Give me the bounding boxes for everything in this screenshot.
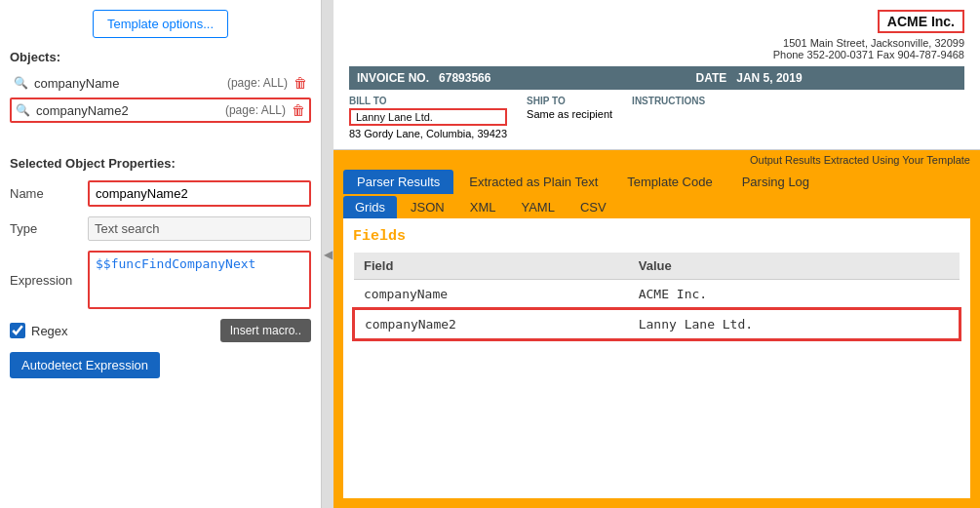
objects-section: Objects: 🔍 companyName (page: ALL) 🗑 🔍 c… xyxy=(10,50,311,123)
objects-label: Objects: xyxy=(10,50,311,64)
sub-tab-yaml[interactable]: YAML xyxy=(509,196,566,218)
ship-to-col: SHIP TO Same as recipient xyxy=(527,96,612,139)
regex-label: Regex xyxy=(31,324,68,338)
invoice-table: INVOICE NO. 67893566 DATE JAN 5, 2019 xyxy=(349,66,964,90)
panel-divider[interactable]: ◀ xyxy=(322,0,333,508)
sub-tab-csv[interactable]: CSV xyxy=(568,196,618,218)
field-cell: companyName2 xyxy=(354,309,629,339)
object-name: companyName2 xyxy=(36,103,216,118)
regex-row: Regex Insert macro.. xyxy=(10,319,311,342)
bill-to-addr: 83 Gordy Lane, Columbia, 39423 xyxy=(349,128,507,139)
object-name: companyName xyxy=(34,76,217,91)
bill-ship-row: BILL TO Lanny Lane Ltd. 83 Gordy Lane, C… xyxy=(349,96,964,139)
type-label: Type xyxy=(10,221,88,236)
regex-checkbox[interactable] xyxy=(10,323,25,338)
invoice-no-header: INVOICE NO. 67893566 xyxy=(349,66,687,90)
bill-to-col: BILL TO Lanny Lane Ltd. 83 Gordy Lane, C… xyxy=(349,96,507,139)
instructions-col: INSTRUCTIONS xyxy=(632,96,705,139)
tab-parser-results[interactable]: Parser Results xyxy=(343,170,453,194)
doc-phone: Phone 352-200-0371 Fax 904-787-9468 xyxy=(349,49,964,60)
lanny-lane-box: Lanny Lane Ltd. xyxy=(349,108,507,126)
document-preview: ACME Inc. 1501 Main Street, Jacksonville… xyxy=(333,0,980,150)
insert-macro-button[interactable]: Insert macro.. xyxy=(220,319,311,342)
right-panel: ACME Inc. 1501 Main Street, Jacksonville… xyxy=(333,0,980,508)
date-header: DATE JAN 5, 2019 xyxy=(687,66,964,90)
output-section: Output Results Extracted Using Your Temp… xyxy=(333,150,980,508)
instructions-header: INSTRUCTIONS xyxy=(632,96,705,106)
doc-header: ACME Inc. xyxy=(349,10,964,33)
main-tabs: Parser Results Extracted as Plain Text T… xyxy=(333,166,980,194)
search-icon: 🔍 xyxy=(16,103,30,117)
bill-to-header: BILL TO xyxy=(349,96,507,106)
sub-tab-json[interactable]: JSON xyxy=(399,196,456,218)
object-item-companyname2[interactable]: 🔍 companyName2 (page: ALL) 🗑 xyxy=(10,98,311,123)
template-options-button[interactable]: Template options... xyxy=(93,10,228,38)
name-label: Name xyxy=(10,186,88,201)
search-icon: 🔍 xyxy=(14,76,28,90)
table-row: companyNameACME Inc. xyxy=(354,280,960,310)
delete-icon[interactable]: 🗑 xyxy=(292,102,305,118)
table-header-row: Field Value xyxy=(354,253,960,280)
selected-props-label: Selected Object Properties: xyxy=(10,156,311,171)
fields-table: Field Value companyNameACME Inc.companyN… xyxy=(353,253,960,340)
tab-template-code[interactable]: Template Code xyxy=(613,170,725,194)
expression-label: Expression xyxy=(10,273,88,288)
ship-to-value: Same as recipient xyxy=(527,108,612,120)
ship-to-header: SHIP TO xyxy=(527,96,612,106)
output-header: Output Results Extracted Using Your Temp… xyxy=(333,150,980,166)
tab-extracted-plain-text[interactable]: Extracted as Plain Text xyxy=(455,170,611,194)
doc-address: 1501 Main Street, Jacksonville, 32099 Ph… xyxy=(349,37,964,60)
sub-tab-grids[interactable]: Grids xyxy=(343,196,397,218)
expression-row: Expression $$funcFindCompanyNext xyxy=(10,251,311,309)
left-panel: Template options... Objects: 🔍 companyNa… xyxy=(0,0,322,508)
name-row: Name xyxy=(10,180,311,207)
doc-address-line1: 1501 Main Street, Jacksonville, 32099 xyxy=(349,37,964,49)
company-name-box: ACME Inc. xyxy=(878,10,964,33)
fields-heading: Fields xyxy=(353,228,960,245)
value-cell: Lanny Lane Ltd. xyxy=(629,309,960,339)
delete-icon[interactable]: 🗑 xyxy=(294,75,307,91)
object-item-companyname[interactable]: 🔍 companyName (page: ALL) 🗑 xyxy=(10,72,311,94)
autodetect-button[interactable]: Autodetect Expression xyxy=(10,352,160,378)
sub-tabs: Grids JSON XML YAML CSV xyxy=(333,194,980,218)
object-page: (page: ALL) xyxy=(225,103,286,117)
table-row: companyName2Lanny Lane Ltd. xyxy=(354,309,960,339)
type-input[interactable] xyxy=(88,216,311,241)
tab-parsing-log[interactable]: Parsing Log xyxy=(728,170,823,194)
field-cell: companyName xyxy=(354,280,629,310)
object-page: (page: ALL) xyxy=(227,76,288,90)
name-input[interactable] xyxy=(88,180,311,207)
value-col-header: Value xyxy=(629,253,960,280)
value-cell: ACME Inc. xyxy=(629,280,960,310)
type-row: Type xyxy=(10,216,311,241)
field-col-header: Field xyxy=(354,253,629,280)
expression-textarea[interactable]: $$funcFindCompanyNext xyxy=(88,251,311,309)
sub-tab-xml[interactable]: XML xyxy=(458,196,508,218)
results-area: Fields Field Value companyNameACME Inc.c… xyxy=(343,218,970,498)
